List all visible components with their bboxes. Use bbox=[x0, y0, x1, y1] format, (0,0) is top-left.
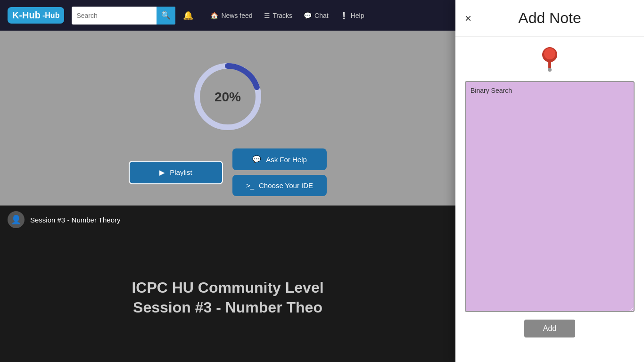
chat-icon: 💬 bbox=[304, 12, 312, 19]
playlist-label: Playlist bbox=[170, 168, 192, 176]
help-bubble-icon: 💬 bbox=[252, 155, 261, 164]
search-bar: 🔍 bbox=[72, 7, 175, 25]
home-icon: 🏠 bbox=[210, 12, 218, 19]
panel-title: Add Note bbox=[518, 9, 581, 27]
note-textarea[interactable]: Binary Search bbox=[465, 81, 635, 312]
nav-tracks[interactable]: ☰ Tracks bbox=[264, 12, 292, 19]
progress-circle: 20% bbox=[190, 59, 265, 134]
logo-hub: -Hub bbox=[42, 11, 59, 20]
nav-chat[interactable]: 💬 Chat bbox=[304, 12, 329, 19]
tracks-icon: ☰ bbox=[264, 12, 270, 19]
tracks-label: Tracks bbox=[273, 12, 292, 19]
bell-icon[interactable]: 🔔 bbox=[183, 10, 193, 21]
svg-point-3 bbox=[544, 48, 555, 59]
choose-ide-label: Choose Your IDE bbox=[259, 181, 313, 189]
navbar: K-Hub -Hub 🔍 🔔 🏠 News feed ☰ Tracks 💬 Ch… bbox=[0, 0, 455, 31]
terminal-icon: >_ bbox=[246, 181, 254, 189]
ask-for-help-label: Ask For Help bbox=[266, 156, 307, 164]
buttons-column: 💬 Ask For Help >_ Choose Your IDE bbox=[232, 148, 327, 196]
nav-newsfeed[interactable]: 🏠 News feed bbox=[210, 12, 252, 19]
newsfeed-label: News feed bbox=[221, 12, 252, 19]
video-text-line1: ICPC HU Community Level bbox=[132, 278, 323, 298]
close-button[interactable]: × bbox=[465, 12, 471, 25]
video-header: 👤 Session #3 - Number Theory bbox=[0, 206, 455, 234]
nav-help[interactable]: ❕ Help bbox=[340, 12, 364, 19]
video-panel: 👤 Session #3 - Number Theory ICPC HU Com… bbox=[0, 206, 455, 362]
ask-for-help-button[interactable]: 💬 Ask For Help bbox=[232, 148, 327, 170]
svg-point-5 bbox=[548, 68, 552, 72]
video-body: ICPC HU Community Level Session #3 - Num… bbox=[0, 234, 455, 362]
panel-header: × Add Note bbox=[455, 0, 644, 37]
add-note-button[interactable]: Add bbox=[524, 320, 575, 337]
video-overlay-text: ICPC HU Community Level Session #3 - Num… bbox=[132, 278, 323, 317]
logo-k: K-Hub bbox=[12, 10, 41, 21]
playlist-button[interactable]: ▶ Playlist bbox=[129, 161, 223, 184]
search-button[interactable]: 🔍 bbox=[157, 7, 175, 25]
progress-container: 20% bbox=[190, 59, 265, 134]
nav-links: 🏠 News feed ☰ Tracks 💬 Chat ❕ Help bbox=[210, 12, 364, 19]
progress-text: 20% bbox=[215, 90, 241, 104]
logo[interactable]: K-Hub -Hub bbox=[8, 7, 64, 24]
avatar: 👤 bbox=[8, 211, 25, 228]
help-icon: ❕ bbox=[340, 12, 348, 19]
search-input[interactable] bbox=[72, 7, 157, 25]
add-note-panel: × Add Note Binary Search Add bbox=[455, 0, 644, 362]
help-label: Help bbox=[351, 12, 364, 19]
play-icon: ▶ bbox=[159, 168, 165, 177]
main-content: 20% ▶ Playlist 💬 Ask For Help >_ Choose … bbox=[0, 31, 455, 362]
choose-ide-button[interactable]: >_ Choose Your IDE bbox=[232, 175, 327, 196]
pin-icon bbox=[538, 46, 561, 76]
buttons-row: ▶ Playlist 💬 Ask For Help >_ Choose Your… bbox=[129, 148, 327, 196]
chat-label: Chat bbox=[314, 12, 329, 19]
video-text-line2: Session #3 - Number Theo bbox=[132, 298, 323, 318]
thumbtack-icon bbox=[538, 46, 561, 72]
video-title: Session #3 - Number Theory bbox=[30, 216, 120, 224]
svg-rect-4 bbox=[548, 60, 551, 69]
